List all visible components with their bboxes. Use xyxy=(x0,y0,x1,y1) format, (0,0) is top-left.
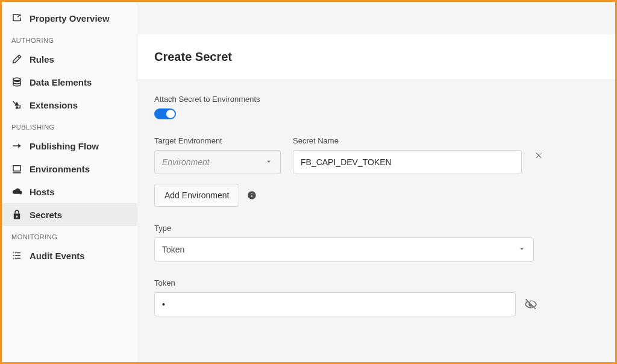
type-label: Type xyxy=(154,224,598,233)
sidebar-section-publishing: PUBLISHING xyxy=(2,116,137,134)
target-environment-placeholder: Environment xyxy=(162,157,210,167)
secret-name-field-wrap xyxy=(293,150,522,174)
sidebar: Property Overview AUTHORING Rules Data E… xyxy=(2,2,137,362)
data-elements-icon xyxy=(11,77,22,87)
publishing-flow-icon xyxy=(11,140,22,151)
remove-environment-button[interactable] xyxy=(534,150,545,161)
sidebar-item-label: Data Elements xyxy=(30,77,92,87)
token-field-wrap xyxy=(154,292,516,316)
sidebar-item-label: Secrets xyxy=(30,210,62,220)
form-area: Attach Secret to Environments Target Env… xyxy=(137,80,615,331)
hosts-icon xyxy=(11,186,22,197)
sidebar-item-property-overview[interactable]: Property Overview xyxy=(2,7,137,30)
target-environment-label: Target Environment xyxy=(154,136,281,145)
sidebar-item-label: Rules xyxy=(30,54,54,64)
secret-name-input[interactable] xyxy=(301,157,514,167)
sidebar-item-label: Audit Events xyxy=(30,251,85,261)
sidebar-item-rules[interactable]: Rules xyxy=(2,48,137,71)
sidebar-item-label: Environments xyxy=(30,164,90,174)
sidebar-item-hosts[interactable]: Hosts xyxy=(2,180,137,203)
sidebar-item-label: Publishing Flow xyxy=(30,141,99,151)
sidebar-item-secrets[interactable]: Secrets xyxy=(2,203,137,226)
token-input[interactable] xyxy=(162,300,508,309)
sidebar-section-authoring: AUTHORING xyxy=(2,30,137,48)
attach-secret-toggle[interactable] xyxy=(154,108,176,119)
token-label: Token xyxy=(154,278,598,287)
sidebar-item-label: Extensions xyxy=(30,100,78,110)
sidebar-item-label: Property Overview xyxy=(30,13,110,24)
info-icon[interactable] xyxy=(246,190,257,201)
property-overview-icon xyxy=(11,13,22,24)
chevron-down-icon xyxy=(265,157,273,168)
add-environment-button[interactable]: Add Environment xyxy=(154,184,239,207)
sidebar-item-audit-events[interactable]: Audit Events xyxy=(2,244,137,267)
sidebar-item-environments[interactable]: Environments xyxy=(2,157,137,180)
audit-events-icon xyxy=(11,250,22,261)
page-title: Create Secret xyxy=(154,50,598,64)
target-environment-select[interactable]: Environment xyxy=(154,150,281,174)
extensions-icon xyxy=(11,99,22,110)
page-header: Create Secret xyxy=(137,34,615,80)
sidebar-section-monitoring: MONITORING xyxy=(2,226,137,244)
sidebar-item-data-elements[interactable]: Data Elements xyxy=(2,71,137,93)
add-environment-button-label: Add Environment xyxy=(164,190,229,200)
sidebar-item-label: Hosts xyxy=(30,187,55,197)
main-content: Create Secret Attach Secret to Environme… xyxy=(137,2,615,362)
attach-secret-label: Attach Secret to Environments xyxy=(154,95,598,104)
environments-icon xyxy=(11,163,22,174)
secret-name-label: Secret Name xyxy=(293,136,522,145)
type-select-value: Token xyxy=(162,245,184,254)
sidebar-item-extensions[interactable]: Extensions xyxy=(2,93,137,116)
chevron-down-icon xyxy=(518,245,526,255)
rules-icon xyxy=(11,54,22,64)
secrets-icon xyxy=(11,209,22,220)
visibility-off-icon[interactable] xyxy=(524,298,537,311)
sidebar-item-publishing-flow[interactable]: Publishing Flow xyxy=(2,134,137,157)
type-select[interactable]: Token xyxy=(154,237,534,262)
